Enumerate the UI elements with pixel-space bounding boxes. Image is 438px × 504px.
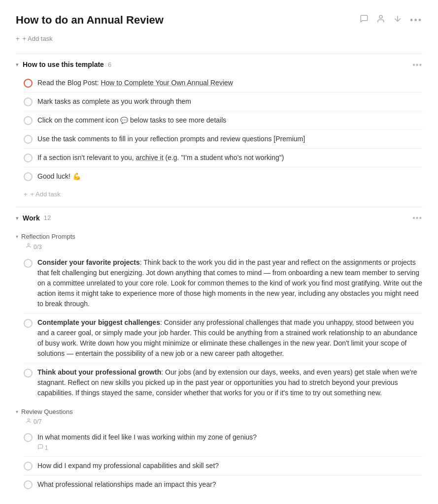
review-progress: 0/7 (34, 417, 42, 426)
plus-icon: + (16, 34, 20, 44)
plus-icon-small: + (24, 189, 28, 199)
review-questions-meta: 0/7 (26, 417, 422, 426)
more-options-icon[interactable]: ••• (410, 14, 422, 27)
person-icon[interactable] (376, 14, 385, 27)
comment-icon-small (37, 443, 43, 452)
task-checkbox-rp2[interactable] (24, 319, 33, 328)
task-item: If a section isn't relevant to you, arch… (24, 149, 422, 167)
subsection-chevron-reflection: ▾ (16, 233, 18, 240)
task-text-6: Good luck! 💪 (37, 171, 422, 182)
svg-point-0 (379, 15, 382, 18)
subsection-title-review: Review Questions (21, 407, 73, 417)
page-header: How to do an Annual Review ••• (16, 12, 422, 28)
task-list-how-to-use: Read the Blog Post: How to Complete Your… (16, 74, 422, 186)
task-checkbox-rp3[interactable] (24, 369, 33, 378)
header-icons: ••• (360, 14, 422, 27)
assignee-icon (26, 243, 32, 251)
task-text-rp2: Contemplate your biggest challenges: Con… (37, 317, 422, 359)
task-checkbox-1[interactable] (24, 79, 33, 88)
task-item-rp3: Think about your professional growth: Ou… (24, 363, 422, 402)
subsection-meta-reflection: 0/3 (26, 243, 422, 252)
section-how-to-use: ▾ How to use this template 6 ••• Read th… (16, 54, 422, 203)
page-title: How to do an Annual Review (16, 12, 164, 28)
task-item: Click on the comment icon 💬 below tasks … (24, 111, 422, 130)
task-text-rq3: What professional relationships made an … (37, 479, 422, 490)
task-checkbox-4[interactable] (24, 135, 33, 144)
task-item-rq2: How did I expand my professional capabil… (24, 457, 422, 475)
section-title-work: Work (23, 213, 40, 223)
task-checkbox-rq1[interactable] (24, 433, 33, 442)
reflection-progress: 0/3 (34, 243, 42, 252)
add-task-button[interactable]: + + Add task (16, 32, 422, 46)
task-text-rp3: Think about your professional growth: Ou… (37, 367, 422, 398)
comment-emoji-icon: 💬 (120, 117, 128, 124)
page-container: How to do an Annual Review ••• (0, 0, 438, 504)
task-list-reflection: Consider your favorite projects: Think b… (16, 253, 422, 402)
svg-point-2 (28, 244, 30, 246)
task-text-5: If a section isn't relevant to you, arch… (37, 153, 422, 163)
section-add-task-button[interactable]: + + Add task (24, 186, 422, 203)
task-item: Good luck! 💪 (24, 167, 422, 186)
task-item: Mark tasks as complete as you work throu… (24, 93, 422, 111)
subsection-header-reflection[interactable]: ▾ Reflection Prompts (16, 229, 422, 243)
archive-link[interactable]: archive it (136, 154, 164, 161)
task-checkbox-5[interactable] (24, 154, 33, 162)
subsection-chevron-review: ▾ (16, 408, 18, 415)
section-header-left: ▾ How to use this template 6 (16, 60, 111, 70)
section-header-work: ▾ Work 12 ••• (16, 207, 422, 227)
section-header-how-to-use: ▾ How to use this template 6 ••• (16, 54, 422, 74)
section-menu-how-to-use[interactable]: ••• (412, 59, 422, 71)
task-item: Use the task comments to fill in your re… (24, 130, 422, 149)
task-checkbox-2[interactable] (24, 97, 33, 106)
subsection-reflection-prompts: ▾ Reflection Prompts 0/3 Consider you (16, 229, 422, 402)
svg-point-3 (28, 419, 30, 421)
blog-post-link[interactable]: How to Complete Your Own Annual Review (101, 79, 233, 87)
task-text-rq1: In what moments did it feel like I was w… (37, 432, 422, 452)
section-count-work: 12 (44, 213, 51, 223)
comment-badge-rq1: 1 (37, 443, 422, 452)
task-text-4: Use the task comments to fill in your re… (37, 134, 422, 144)
section-menu-work[interactable]: ••• (412, 212, 422, 224)
task-checkbox-rq2[interactable] (24, 462, 33, 471)
task-list-review-questions: In what moments did it feel like I was w… (16, 428, 422, 494)
task-text-1: Read the Blog Post: How to Complete Your… (37, 78, 422, 88)
task-item-rq1: In what moments did it feel like I was w… (24, 428, 422, 457)
task-text-rp1: Consider your favorite projects: Think b… (37, 257, 422, 309)
task-item-rp2: Contemplate your biggest challenges: Con… (24, 314, 422, 363)
task-item-rp1: Consider your favorite projects: Think b… (24, 253, 422, 314)
sort-icon[interactable] (393, 14, 402, 27)
task-text-3: Click on the comment icon 💬 below tasks … (37, 115, 422, 126)
section-work: ▾ Work 12 ••• ▾ Reflection Prompts 0/3 (16, 207, 422, 494)
section-chevron-how-to-use[interactable]: ▾ (16, 61, 19, 69)
task-checkbox-6[interactable] (24, 172, 33, 181)
task-checkbox-rp1[interactable] (24, 259, 33, 268)
section-chevron-work[interactable]: ▾ (16, 214, 19, 222)
review-assignee-icon (26, 417, 32, 426)
section-title-how-to-use: How to use this template (23, 60, 104, 70)
comment-icon[interactable] (360, 14, 369, 27)
subsection-review-questions: ▾ Review Questions 0/7 In what moment (16, 404, 422, 494)
task-checkbox-3[interactable] (24, 116, 33, 125)
task-item: Read the Blog Post: How to Complete Your… (24, 74, 422, 93)
task-text-2: Mark tasks as complete as you work throu… (37, 96, 422, 107)
task-checkbox-rq3[interactable] (24, 480, 33, 489)
subsection-header-review[interactable]: ▾ Review Questions (16, 404, 422, 418)
section-count-how-to-use: 6 (108, 60, 111, 70)
subsection-title-reflection: Reflection Prompts (21, 232, 75, 242)
task-text-rq2: How did I expand my professional capabil… (37, 461, 422, 471)
task-item-rq3: What professional relationships made an … (24, 475, 422, 494)
section-header-work-left: ▾ Work 12 (16, 213, 51, 223)
